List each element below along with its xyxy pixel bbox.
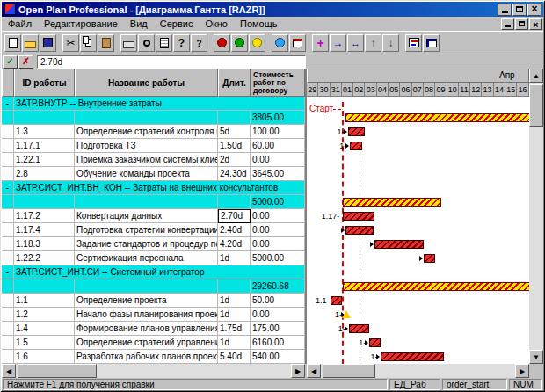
activity-name-cell[interactable]: Определение стратегий управления и <box>75 336 218 350</box>
table-row[interactable]: 1.18.3Задание стандартов и процедур по д… <box>2 237 305 251</box>
print-preview-button[interactable] <box>138 34 155 52</box>
duration-cell[interactable] <box>218 279 251 294</box>
table-row[interactable]: 1.5Определение стратегий управления и1d6… <box>2 336 305 350</box>
activity-name-cell[interactable]: Подготовка стратегии конвертации <box>75 223 218 237</box>
duration-cell[interactable]: 1.75d <box>218 322 251 336</box>
menu-item[interactable]: Помощь <box>234 18 284 30</box>
table-row[interactable]: 1.6Разработка рабочих планов проекта5.40… <box>2 350 305 364</box>
minimize-button[interactable] <box>498 4 512 16</box>
scroll-left-button[interactable] <box>2 364 16 378</box>
table-horizontal-scrollbar[interactable] <box>2 364 305 378</box>
table-scroll-track[interactable] <box>16 364 291 378</box>
cost-cell[interactable]: 0.00 <box>251 209 305 223</box>
open-button[interactable] <box>22 34 39 52</box>
task-bar[interactable] <box>369 338 381 347</box>
table-row[interactable]: 1.1Определение проекта1d50.00 <box>2 294 305 308</box>
activity-name-cell[interactable]: Подготовка ТЗ <box>75 139 218 153</box>
duration-cell[interactable]: 1d <box>218 294 251 308</box>
ball-green-button[interactable] <box>231 34 248 52</box>
paste-button[interactable] <box>98 34 114 52</box>
activity-id-cell[interactable]: 1.18.3 <box>14 237 75 251</box>
activity-id-cell[interactable]: 1.17.1 <box>14 139 75 153</box>
table-row[interactable]: 1.17.4Подготовка стратегии конвертации2.… <box>2 223 305 237</box>
print-button[interactable] <box>120 34 137 52</box>
cost-cell[interactable]: 0.00 <box>251 308 305 322</box>
task-bar[interactable] <box>348 127 366 136</box>
table-row[interactable]: 3805.00 <box>2 111 305 125</box>
scroll-up-button[interactable] <box>529 69 543 83</box>
task-bar[interactable] <box>343 212 374 221</box>
menu-item[interactable]: Файл <box>2 18 38 30</box>
task-bar[interactable] <box>424 254 435 263</box>
table-row[interactable]: 5000.00 <box>2 195 305 209</box>
activity-id-cell[interactable] <box>14 111 75 125</box>
cost-cell[interactable]: 6160.00 <box>251 336 305 350</box>
duration-cell[interactable]: 24.30d <box>218 167 251 181</box>
activity-id-cell[interactable]: 2.8 <box>14 167 75 181</box>
link-button[interactable] <box>330 34 346 52</box>
activity-name-cell[interactable]: Определение проекта <box>75 294 218 308</box>
cost-cell[interactable]: 5000.00 <box>251 251 305 265</box>
duration-cell[interactable]: 1d <box>218 308 251 322</box>
summary-bar[interactable] <box>343 282 529 291</box>
activity-id-cell[interactable]: 1.2 <box>14 308 75 322</box>
copy-button[interactable] <box>80 34 97 52</box>
vertical-scroll-track[interactable] <box>529 83 543 350</box>
table-row[interactable]: 1.17.2Конвертация данных2.70d0.00 <box>2 209 305 223</box>
new-button[interactable] <box>4 34 21 52</box>
context-help-button[interactable] <box>191 34 207 52</box>
task-bar[interactable] <box>374 240 424 249</box>
duration-cell[interactable]: 2.40d <box>218 223 251 237</box>
cost-cell[interactable]: 0.00 <box>251 153 305 167</box>
cost-cell[interactable]: 29260.68 <box>251 279 305 294</box>
activity-id-cell[interactable]: 1.4 <box>14 322 75 336</box>
duration-cell[interactable]: 2d <box>218 153 251 167</box>
activity-name-cell[interactable] <box>75 279 218 294</box>
scroll-right-button[interactable] <box>515 364 529 378</box>
activity-name-cell[interactable]: Конвертация данных <box>75 209 218 223</box>
activity-id-cell[interactable]: 1.3 <box>14 125 75 139</box>
task-bar[interactable] <box>345 226 374 235</box>
activity-name-cell[interactable]: Задание стандартов и процедур по д <box>75 237 218 251</box>
cost-cell[interactable]: 0.00 <box>251 223 305 237</box>
arrow-down-button[interactable] <box>382 34 399 52</box>
collapse-toggle[interactable]: - <box>2 181 14 195</box>
table-row[interactable]: -ЗАТР.СИСТ_ИНТ.СИ -- Системный интеграто… <box>2 265 305 279</box>
activity-id-cell[interactable]: 1.5 <box>14 336 75 350</box>
table-row[interactable]: 1.22.2Сертификация персонала1d5000.00 <box>2 251 305 265</box>
table-row[interactable]: 1.17.1Подготовка ТЗ1.50d60.00 <box>2 139 305 153</box>
menu-item[interactable]: Редактирование <box>38 18 124 30</box>
gantt-scroll-track[interactable] <box>321 364 515 378</box>
add-button[interactable] <box>312 34 329 52</box>
activity-name-cell[interactable] <box>75 195 218 209</box>
table-row[interactable]: 29260.68 <box>2 279 305 294</box>
activity-name-cell[interactable]: Начало фазы планирования проекта <box>75 308 218 322</box>
cost-cell[interactable]: 540.00 <box>251 350 305 364</box>
duration-cell[interactable]: 5.40d <box>218 350 251 364</box>
cancel-edit-button[interactable]: ✗ <box>18 55 33 69</box>
activity-name-cell[interactable]: Приемка заказчиком системы клиент <box>75 153 218 167</box>
help-button[interactable] <box>173 34 190 52</box>
table-row[interactable]: 1.3Определение стратегий контроля и отч5… <box>2 125 305 139</box>
table-row[interactable]: 1.22.1Приемка заказчиком системы клиент2… <box>2 153 305 167</box>
menu-item[interactable]: Окно <box>199 18 234 30</box>
activity-id-cell[interactable] <box>14 195 75 209</box>
table-row[interactable]: -ЗАТР.ВНУТР -- Внутренние затраты <box>2 97 305 111</box>
arrow-up-button[interactable] <box>365 34 382 52</box>
child-minimize-button[interactable] <box>501 18 514 30</box>
duration-cell[interactable]: 1d <box>218 251 251 265</box>
activity-name-cell[interactable]: Обучение команды проекта <box>75 167 218 181</box>
duration-cell-editing[interactable]: 2.70d <box>218 209 251 223</box>
table-scroll-thumb[interactable] <box>18 364 97 378</box>
arrow-right-button[interactable] <box>347 34 364 52</box>
activity-id-cell[interactable]: 1.1 <box>14 294 75 308</box>
network-view-button[interactable] <box>423 34 440 52</box>
task-bar[interactable] <box>381 352 444 361</box>
activity-name-cell[interactable]: Разработка рабочих планов проекта <box>75 350 218 364</box>
task-bar[interactable] <box>349 324 369 333</box>
cost-cell[interactable]: 5000.00 <box>251 195 305 209</box>
cost-cell[interactable]: 3805.00 <box>251 111 305 125</box>
cost-cell[interactable]: 175.00 <box>251 322 305 336</box>
duration-cell[interactable] <box>218 111 251 125</box>
child-close-button[interactable] <box>529 18 542 30</box>
